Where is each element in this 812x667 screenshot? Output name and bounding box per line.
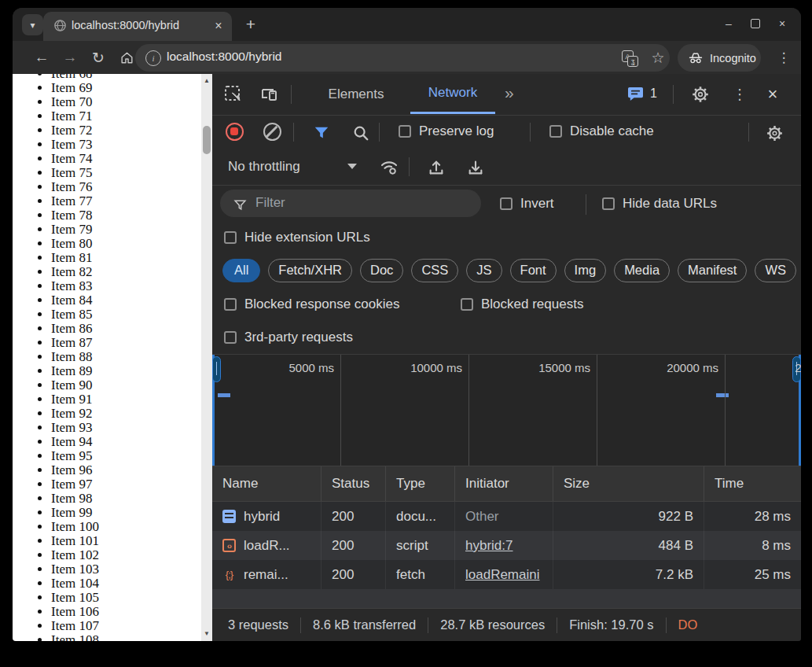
network-settings-gear-icon[interactable]: [764, 123, 784, 143]
tab-close-icon[interactable]: ×: [210, 17, 227, 35]
filter-pill-css[interactable]: CSS: [411, 259, 458, 282]
tab-elements[interactable]: Elements: [314, 74, 398, 114]
timeline-overview[interactable]: 5000 ms10000 ms15000 ms20000 ms25000 ms: [212, 354, 801, 466]
list-item: Item 106: [51, 605, 212, 619]
blocked-response-cookies-checkbox[interactable]: [224, 298, 237, 311]
issues-count: 1: [650, 87, 657, 101]
browser-tab[interactable]: localhost:8000/hybrid ×: [43, 12, 232, 41]
third-party-requests-checkbox[interactable]: [224, 331, 237, 344]
divider: [666, 617, 667, 633]
export-har-icon[interactable]: [465, 157, 486, 178]
initiator-link[interactable]: loadRemaini: [465, 567, 540, 583]
list-item: Item 70: [51, 95, 212, 109]
list-item: Item 78: [51, 208, 212, 223]
list-item: Item 90: [51, 378, 212, 392]
tab-title: localhost:8000/hybrid: [72, 19, 179, 31]
filter-row-2: Hide extension URLs: [212, 222, 801, 253]
list-item: Item 80: [51, 237, 212, 251]
request-row[interactable]: hybrid200docu...Other922 B28 ms: [212, 502, 801, 531]
filter-pill-manifest[interactable]: Manifest: [678, 259, 747, 282]
filter-pill-ws[interactable]: WS: [755, 259, 796, 282]
hide-extension-urls-label: Hide extension URLs: [244, 230, 370, 245]
list-item: Item 92: [51, 407, 212, 421]
filter-pill-all[interactable]: All: [222, 259, 260, 282]
close-button[interactable]: ×: [774, 16, 790, 31]
preserve-log-checkbox[interactable]: [399, 125, 411, 138]
disable-cache-checkbox[interactable]: [549, 125, 562, 138]
address-bar[interactable]: i localhost:8000/hybrid Aʓ ☆: [135, 44, 670, 72]
blocked-requests-checkbox[interactable]: [461, 298, 473, 311]
back-button[interactable]: ←: [30, 46, 53, 69]
blocked-filters-row: Blocked response cookies Blocked request…: [212, 287, 801, 321]
clear-button[interactable]: [263, 123, 281, 141]
filter-input[interactable]: Filter: [220, 190, 481, 217]
throttling-select[interactable]: No throttling: [228, 159, 300, 175]
filter-pill-js[interactable]: JS: [466, 259, 502, 282]
filter-pill-doc[interactable]: Doc: [360, 259, 403, 282]
page-scrollbar[interactable]: ▲ ▼: [201, 74, 212, 641]
column-header-status[interactable]: Status: [321, 466, 385, 501]
record-button[interactable]: [226, 123, 244, 141]
filter-funnel-icon[interactable]: [311, 123, 332, 143]
window-controls: – ×: [721, 16, 790, 31]
column-header-size[interactable]: Size: [553, 466, 704, 501]
request-row[interactable]: remai...200fetchloadRemaini7.2 kB25 ms: [212, 560, 801, 589]
translate-icon[interactable]: Aʓ: [621, 50, 638, 67]
invert-checkbox[interactable]: [500, 197, 513, 210]
list-item: Item 82: [51, 265, 212, 279]
minimize-button[interactable]: –: [721, 16, 737, 31]
issues-counter[interactable]: 1: [627, 86, 657, 101]
timeline-tick-label: 20000 ms: [638, 361, 718, 374]
list-item: Item 100: [51, 520, 212, 534]
more-tabs-icon[interactable]: »: [505, 83, 514, 102]
column-header-type[interactable]: Type: [385, 466, 454, 501]
hide-extension-urls-checkbox[interactable]: [224, 231, 237, 244]
request-status: 200: [321, 502, 385, 531]
request-size: 7.2 kB: [553, 560, 704, 589]
forward-button[interactable]: →: [58, 46, 82, 69]
maximize-button[interactable]: [748, 16, 763, 31]
divider: [409, 157, 410, 176]
site-info-icon[interactable]: i: [145, 50, 161, 66]
devtools-menu-icon[interactable]: ⋮: [729, 84, 750, 105]
import-har-icon[interactable]: [426, 157, 446, 178]
fetch-file-icon: [222, 568, 236, 581]
column-header-time[interactable]: Time: [704, 466, 801, 501]
request-type: script: [385, 531, 454, 560]
hide-data-urls-checkbox[interactable]: [602, 197, 615, 210]
divider: [673, 85, 674, 104]
filter-pill-fetch-xhr[interactable]: Fetch/XHR: [268, 259, 352, 282]
tab-network[interactable]: Network: [410, 74, 495, 114]
tab-strip: ▾ localhost:8000/hybrid × + – ×: [13, 8, 801, 41]
scroll-up-icon[interactable]: ▲: [201, 76, 212, 87]
device-toolbar-icon[interactable]: [259, 84, 280, 105]
scroll-down-icon[interactable]: ▼: [201, 628, 212, 639]
request-type: docu...: [385, 502, 454, 531]
bookmark-star-icon[interactable]: ☆: [649, 50, 667, 67]
network-conditions-icon[interactable]: [379, 157, 399, 178]
scrollbar-thumb[interactable]: [203, 126, 211, 154]
url-text[interactable]: localhost:8000/hybrid: [167, 50, 282, 64]
reload-button[interactable]: ↻: [86, 46, 110, 69]
list-item: Item 85: [51, 308, 212, 322]
browser-menu-icon[interactable]: ⋮: [772, 46, 795, 69]
initiator-link[interactable]: hybrid:7: [465, 538, 513, 554]
request-status: 200: [321, 560, 385, 589]
tab-search-button[interactable]: ▾: [22, 14, 43, 35]
settings-gear-icon[interactable]: [690, 84, 711, 105]
timeline-left-handle[interactable]: [212, 356, 221, 382]
inspect-element-icon[interactable]: [223, 84, 244, 105]
filter-pill-img[interactable]: Img: [564, 259, 607, 282]
list-item: Item 105: [51, 591, 212, 605]
search-icon[interactable]: [351, 123, 371, 143]
dropdown-caret-icon[interactable]: [347, 164, 357, 169]
request-row[interactable]: loadR...200scripthybrid:7484 B8 ms: [212, 531, 801, 560]
blocked-requests-label: Blocked requests: [481, 297, 583, 312]
filter-pill-font[interactable]: Font: [510, 259, 557, 282]
column-header-initiator[interactable]: Initiator: [454, 466, 553, 501]
filter-pill-media[interactable]: Media: [614, 259, 670, 282]
column-header-name[interactable]: Name: [212, 466, 321, 501]
list-item: Item 73: [51, 138, 212, 152]
devtools-close-icon[interactable]: ×: [762, 84, 783, 105]
new-tab-button[interactable]: +: [239, 13, 263, 36]
